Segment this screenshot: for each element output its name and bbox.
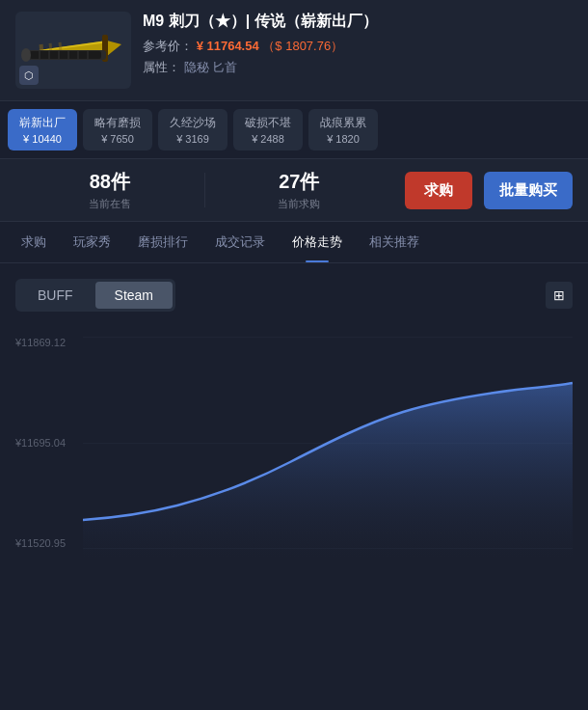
chart-view-icon[interactable]: ⊞ [546, 282, 573, 309]
nav-tab-成交记录[interactable]: 成交记录 [201, 222, 279, 262]
nav-tab-玩家秀[interactable]: 玩家秀 [60, 222, 124, 262]
item-image-container: ⬡ [15, 12, 131, 89]
seeking-label: 当前求购 [205, 197, 394, 211]
seeking-count: 27件 [205, 169, 394, 195]
ref-price-label: 参考价： [143, 39, 193, 53]
item-header: ⬡ M9 刺刀（★）| 传说（崭新出厂） 参考价： ¥ 11764.54 （$ … [0, 0, 588, 101]
nav-tabs: 求购玩家秀磨损排行成交记录价格走势相关推荐 [0, 222, 588, 263]
svg-rect-8 [30, 51, 101, 59]
chart-section: BUFF Steam ⊞ ¥11869.12 ¥11695.04 ¥11520.… [0, 263, 588, 574]
y-label-mid: ¥11695.04 [15, 437, 66, 449]
nav-tab-求购[interactable]: 求购 [8, 222, 60, 262]
seek-button[interactable]: 求购 [405, 172, 472, 209]
steam-toggle-button[interactable]: Steam [95, 282, 173, 309]
ref-price-usd: （$ 1807.76） [262, 39, 343, 53]
attr-value: 隐秘 匕首 [184, 60, 238, 74]
nav-tab-价格走势[interactable]: 价格走势 [279, 222, 356, 262]
stats-row: 88件 当前在售 27件 当前求购 求购 批量购买 [0, 159, 588, 222]
svg-point-15 [21, 48, 31, 62]
nav-tab-磨损排行[interactable]: 磨损排行 [124, 222, 201, 262]
y-label-top: ¥11869.12 [15, 337, 66, 348]
on-sale-count: 88件 [15, 169, 204, 195]
chart-svg [83, 327, 573, 559]
condition-tab-略有磨损[interactable]: 略有磨损¥ 7650 [83, 109, 152, 150]
item-info: M9 刺刀（★）| 传说（崭新出厂） 参考价： ¥ 11764.54 （$ 18… [143, 12, 573, 76]
condition-tab-久经沙场[interactable]: 久经沙场¥ 3169 [158, 109, 227, 150]
buff-toggle-button[interactable]: BUFF [18, 282, 93, 309]
attr-label: 属性： [143, 60, 180, 74]
item-price-row: 参考价： ¥ 11764.54 （$ 1807.76） [143, 38, 573, 55]
on-sale-stat: 88件 当前在售 [15, 169, 204, 211]
chart-y-labels: ¥11869.12 ¥11695.04 ¥11520.95 [15, 327, 66, 559]
y-label-bot: ¥11520.95 [15, 537, 66, 549]
condition-tab-崭新出厂[interactable]: 崭新出厂¥ 10440 [8, 109, 77, 150]
seeking-stat: 27件 当前求购 [205, 169, 394, 211]
nav-tab-相关推荐[interactable]: 相关推荐 [356, 222, 433, 262]
3d-view-icon[interactable]: ⬡ [19, 66, 39, 85]
item-attr-row: 属性： 隐秘 匕首 [143, 59, 573, 76]
condition-tab-战痕累累[interactable]: 战痕累累¥ 1820 [308, 109, 378, 150]
bulk-buy-button[interactable]: 批量购买 [484, 172, 573, 209]
item-title: M9 刺刀（★）| 传说（崭新出厂） [143, 12, 573, 32]
ref-price-cny: ¥ 11764.54 [197, 39, 259, 53]
chart-area: ¥11869.12 ¥11695.04 ¥11520.95 [15, 327, 573, 559]
condition-tabs: 崭新出厂¥ 10440略有磨损¥ 7650久经沙场¥ 3169破损不堪¥ 248… [0, 101, 588, 159]
svg-marker-2 [107, 41, 121, 56]
chart-svg-container [83, 327, 573, 559]
chart-controls: BUFF Steam ⊞ [15, 279, 573, 312]
chart-toggle: BUFF Steam [15, 279, 175, 312]
on-sale-label: 当前在售 [15, 197, 204, 211]
condition-tab-破损不堪[interactable]: 破损不堪¥ 2488 [233, 109, 303, 150]
